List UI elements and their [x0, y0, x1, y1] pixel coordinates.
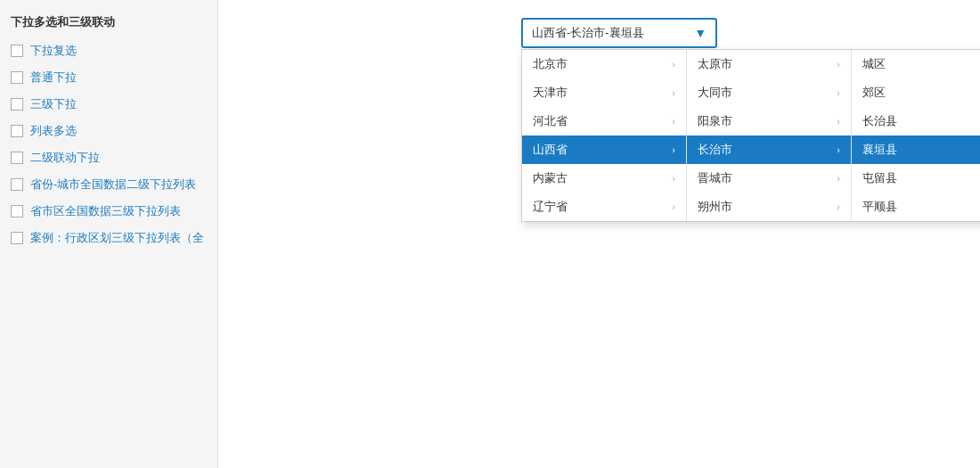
sidebar-item-6[interactable]: 省市区全国数据三级下拉列表 [0, 198, 217, 225]
sidebar-item-1[interactable]: 普通下拉 [0, 64, 217, 91]
col3-item-5[interactable]: 平顺县 [852, 193, 980, 221]
chevron-icon: › [672, 59, 675, 70]
sidebar-item-label-7: 案例：行政区划三级下拉列表（全 [30, 230, 204, 246]
col1-item-1[interactable]: 天津市› [522, 78, 686, 107]
item-label: 朔州市 [698, 199, 732, 215]
col2-item-1[interactable]: 大同市› [687, 78, 851, 107]
sidebar-item-label-0: 下拉复选 [30, 43, 77, 59]
sidebar-item-3[interactable]: 列表多选 [0, 118, 217, 144]
col2-item-5[interactable]: 朔州市› [687, 193, 851, 221]
main-content: 山西省-长治市-襄垣县 ▼ 北京市›天津市›河北省›山西省›内蒙古›辽宁省› 太… [218, 0, 980, 468]
col1-item-2[interactable]: 河北省› [522, 107, 686, 135]
item-label: 阳泉市 [698, 113, 732, 129]
sidebar-item-label-5: 省份-城市全国数据二级下拉列表 [30, 177, 196, 193]
sidebar-item-5[interactable]: 省份-城市全国数据二级下拉列表 [0, 171, 217, 198]
sidebar-bullet-3 [11, 125, 23, 137]
chevron-icon: › [837, 173, 840, 184]
col1-item-0[interactable]: 北京市› [522, 50, 686, 78]
sidebar-item-label-6: 省市区全国数据三级下拉列表 [30, 203, 181, 219]
chevron-icon: › [672, 173, 675, 184]
item-label: 城区 [862, 56, 886, 72]
chevron-icon: › [672, 87, 675, 98]
sidebar-item-2[interactable]: 三级下拉 [0, 91, 217, 118]
col3-item-1[interactable]: 郊区 [852, 78, 980, 107]
col3-item-2[interactable]: 长治县 [852, 107, 980, 135]
item-label: 河北省 [533, 113, 568, 129]
dropdown-col-2: 太原市›大同市›阳泉市›长治市›晋城市›朔州市› [687, 50, 852, 221]
item-label: 郊区 [862, 85, 886, 101]
item-label: 北京市 [533, 56, 568, 72]
item-label: 太原市 [698, 56, 732, 72]
dropdown-col-3: 城区郊区长治县襄垣县屯留县平顺县 [852, 50, 980, 221]
dropdown-col-1: 北京市›天津市›河北省›山西省›内蒙古›辽宁省› [522, 50, 687, 221]
sidebar-item-label-1: 普通下拉 [30, 70, 77, 86]
sidebar-bullet-5 [11, 178, 23, 191]
sidebar-bullet-6 [11, 205, 23, 218]
chevron-icon: › [837, 87, 840, 98]
dropdown-trigger-text: 山西省-长治市-襄垣县 [532, 25, 644, 41]
col2-item-2[interactable]: 阳泉市› [687, 107, 851, 135]
sidebar-item-4[interactable]: 二级联动下拉 [0, 144, 217, 171]
col2-item-3[interactable]: 长治市› [687, 135, 851, 164]
chevron-icon: › [837, 116, 840, 127]
item-label: 长治县 [862, 113, 897, 129]
sidebar: 下拉多选和三级联动 下拉复选 普通下拉 三级下拉 列表多选 二级联动下拉 省份-… [0, 0, 218, 468]
item-label: 长治市 [698, 142, 732, 158]
chevron-icon: › [837, 201, 840, 212]
sidebar-bullet-7 [11, 232, 23, 244]
col1-item-5[interactable]: 辽宁省› [522, 193, 686, 221]
chevron-icon: › [672, 201, 675, 212]
sidebar-item-label-3: 列表多选 [30, 123, 77, 139]
sidebar-item-label-2: 三级下拉 [30, 96, 77, 112]
sidebar-bullet-2 [11, 98, 23, 111]
item-label: 山西省 [533, 142, 568, 158]
chevron-icon: › [672, 144, 675, 155]
sidebar-item-7[interactable]: 案例：行政区划三级下拉列表（全 [0, 225, 217, 251]
sidebar-bullet-1 [11, 71, 23, 84]
sidebar-bullet-0 [11, 45, 23, 57]
chevron-icon: › [837, 144, 840, 155]
chevron-icon: › [837, 59, 840, 70]
sidebar-bullet-4 [11, 152, 23, 164]
item-label: 屯留县 [862, 170, 897, 186]
dropdown-panel: 北京市›天津市›河北省›山西省›内蒙古›辽宁省› 太原市›大同市›阳泉市›长治市… [521, 49, 980, 222]
item-label: 内蒙古 [533, 170, 568, 186]
dropdown-trigger[interactable]: 山西省-长治市-襄垣县 ▼ [521, 18, 717, 48]
col1-item-3[interactable]: 山西省› [522, 135, 686, 164]
item-label: 平顺县 [862, 199, 897, 215]
chevron-icon: › [672, 116, 675, 127]
col1-item-4[interactable]: 内蒙古› [522, 164, 686, 193]
col3-item-3[interactable]: 襄垣县 [852, 135, 980, 164]
sidebar-title: 下拉多选和三级联动 [0, 7, 217, 37]
item-label: 大同市 [698, 85, 732, 101]
col2-item-0[interactable]: 太原市› [687, 50, 851, 78]
sidebar-item-0[interactable]: 下拉复选 [0, 37, 217, 64]
item-label: 天津市 [533, 85, 568, 101]
col3-item-4[interactable]: 屯留县 [852, 164, 980, 193]
sidebar-item-label-4: 二级联动下拉 [30, 150, 100, 166]
dropdown-arrow-icon: ▼ [694, 26, 706, 40]
item-label: 襄垣县 [862, 142, 897, 158]
col3-item-0[interactable]: 城区 [852, 50, 980, 78]
item-label: 晋城市 [698, 170, 732, 186]
col2-item-4[interactable]: 晋城市› [687, 164, 851, 193]
item-label: 辽宁省 [533, 199, 568, 215]
